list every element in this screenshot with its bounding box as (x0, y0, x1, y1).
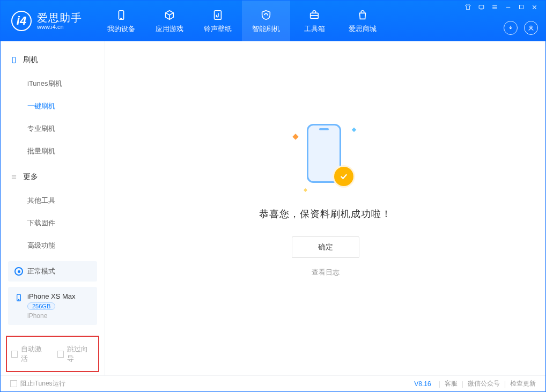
check-badge-icon (334, 167, 353, 186)
bag-icon (356, 8, 370, 22)
svg-rect-4 (479, 5, 484, 9)
header-right (464, 1, 538, 41)
logo-text: 爱思助手 www.i4.cn (37, 12, 82, 30)
nav-my-device[interactable]: 我的设备 (97, 1, 145, 41)
mode-indicator-icon (14, 267, 23, 276)
version-label: V8.16 (414, 380, 431, 388)
group-label: 刷机 (23, 55, 38, 65)
user-account-button[interactable] (524, 21, 538, 35)
logo-icon: i4 (11, 11, 32, 31)
maximize-button[interactable] (518, 4, 525, 12)
sidebar-group-flash: 刷机 (1, 51, 105, 69)
checkbox-block-itunes[interactable]: 阻止iTunes运行 (10, 379, 65, 388)
sidebar-item-itunes-flash[interactable]: iTunes刷机 (1, 72, 105, 95)
mode-label: 正常模式 (27, 267, 55, 276)
sidebar-bottom: 正常模式 iPhone XS Max 256GB iPhone (1, 261, 105, 330)
success-message: 恭喜您，保资料刷机成功啦！ (259, 208, 392, 220)
checkbox-skip-guide[interactable]: 跳过向导 (57, 344, 94, 364)
checkbox-label: 自动激活 (21, 344, 48, 364)
nav-label: 我的设备 (107, 24, 135, 34)
device-mode-box[interactable]: 正常模式 (8, 261, 97, 282)
sidebar-item-batch-flash[interactable]: 批量刷机 (1, 140, 105, 162)
sparkle-icon (292, 134, 298, 139)
sidebar-scroll: 刷机 iTunes刷机 一键刷机 专业刷机 批量刷机 更多 其他工具 下载固件 … (1, 41, 105, 261)
nav-smart-flash[interactable]: 智能刷机 (242, 1, 290, 41)
user-buttons (504, 21, 538, 35)
checkbox-auto-activate[interactable]: 自动激活 (11, 344, 48, 364)
nav-ringtones-wallpapers[interactable]: 铃声壁纸 (194, 1, 242, 41)
nav-label: 工具箱 (304, 24, 325, 34)
ok-button[interactable]: 确定 (292, 236, 359, 258)
footer-link-support[interactable]: 客服 (445, 379, 458, 388)
footer-link-wechat[interactable]: 微信公众号 (468, 379, 500, 388)
device-info-box[interactable]: iPhone XS Max 256GB iPhone (8, 287, 97, 325)
nav-apps-games[interactable]: 应用游戏 (145, 1, 194, 41)
logo-area: i4 爱思助手 www.i4.cn (1, 11, 93, 31)
phone-icon (114, 8, 128, 22)
highlighted-options-row: 自动激活 跳过向导 (6, 336, 99, 372)
toolbox-icon (307, 8, 321, 22)
svg-rect-13 (12, 57, 16, 63)
app-title: 爱思助手 (37, 12, 82, 24)
shirt-icon[interactable] (464, 4, 471, 12)
svg-point-18 (18, 299, 19, 300)
download-button[interactable] (504, 21, 518, 35)
device-name: iPhone XS Max (27, 292, 76, 300)
footer-left: 阻止iTunes运行 (10, 379, 65, 388)
svg-rect-9 (520, 5, 523, 9)
app-header: i4 爱思助手 www.i4.cn 我的设备 应用游戏 铃声壁纸 智能刷机 工具… (1, 1, 545, 41)
sparkle-icon (303, 188, 307, 191)
system-buttons (464, 4, 538, 12)
status-bar: 阻止iTunes运行 V8.16 | 客服 | 微信公众号 | 检查更新 (1, 375, 545, 391)
footer-link-check-update[interactable]: 检查更新 (510, 379, 536, 388)
sidebar-item-oneclick-flash[interactable]: 一键刷机 (1, 95, 105, 117)
svg-point-12 (530, 26, 532, 28)
device-capacity: 256GB (27, 302, 55, 310)
svg-rect-2 (215, 11, 222, 20)
group-label: 更多 (23, 172, 38, 182)
sidebar-group1-items: iTunes刷机 一键刷机 专业刷机 批量刷机 (1, 72, 105, 162)
music-file-icon (211, 8, 225, 22)
sidebar-group2-items: 其他工具 下载固件 高级功能 (1, 189, 105, 257)
main-nav: 我的设备 应用游戏 铃声壁纸 智能刷机 工具箱 爱思商城 (97, 1, 387, 41)
sidebar-item-advanced[interactable]: 高级功能 (1, 234, 105, 257)
checkbox-icon (10, 380, 17, 387)
main-content: 恭喜您，保资料刷机成功啦！ 确定 查看日志 (105, 41, 545, 375)
nav-label: 智能刷机 (252, 24, 280, 34)
sidebar: 刷机 iTunes刷机 一键刷机 专业刷机 批量刷机 更多 其他工具 下载固件 … (1, 41, 105, 375)
nav-label: 铃声壁纸 (204, 24, 232, 34)
feedback-icon[interactable] (478, 4, 485, 12)
device-info: iPhone XS Max 256GB iPhone (27, 292, 76, 320)
checkbox-icon (11, 351, 18, 358)
success-illustration (288, 119, 363, 194)
phone-small-icon (14, 293, 23, 302)
sidebar-item-pro-flash[interactable]: 专业刷机 (1, 117, 105, 140)
app-url: www.i4.cn (37, 24, 82, 30)
sidebar-item-download-firmware[interactable]: 下载固件 (1, 212, 105, 234)
checkbox-label: 跳过向导 (67, 344, 94, 364)
menu-icon[interactable] (491, 4, 498, 12)
checkbox-icon (57, 351, 64, 358)
cube-icon (163, 8, 176, 22)
device-icon (10, 56, 18, 64)
nav-store[interactable]: 爱思商城 (338, 1, 387, 41)
nav-toolbox[interactable]: 工具箱 (290, 1, 338, 41)
refresh-shield-icon (259, 8, 273, 22)
device-type: iPhone (27, 312, 76, 320)
checkbox-label: 阻止iTunes运行 (20, 379, 65, 388)
sidebar-item-other-tools[interactable]: 其他工具 (1, 189, 105, 212)
minimize-button[interactable] (505, 4, 512, 12)
nav-label: 应用游戏 (156, 24, 183, 34)
footer-right: V8.16 | 客服 | 微信公众号 | 检查更新 (414, 379, 536, 388)
view-log-link[interactable]: 查看日志 (312, 268, 340, 277)
close-button[interactable] (531, 4, 538, 12)
sparkle-icon (351, 127, 356, 131)
app-body: 刷机 iTunes刷机 一键刷机 专业刷机 批量刷机 更多 其他工具 下载固件 … (1, 41, 545, 375)
list-icon (10, 173, 18, 181)
nav-label: 爱思商城 (349, 24, 377, 34)
sidebar-group-more: 更多 (1, 168, 105, 186)
